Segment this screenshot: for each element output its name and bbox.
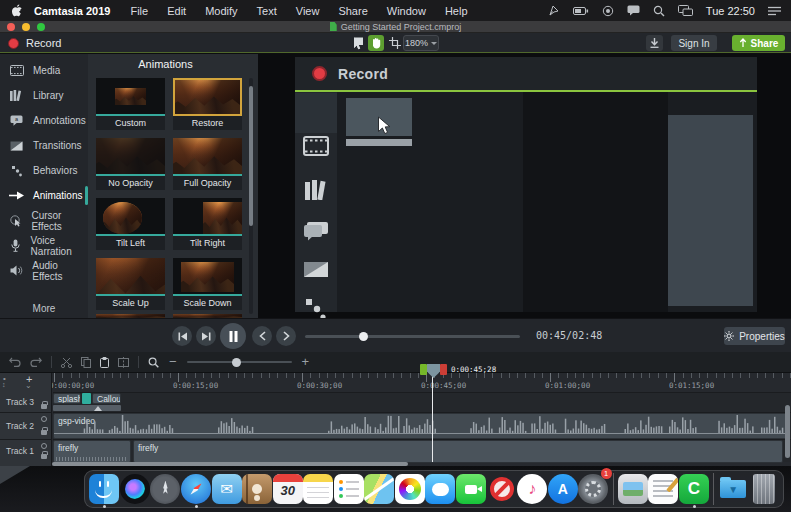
timeline-zoom-handle[interactable] bbox=[232, 358, 241, 367]
split-icon[interactable] bbox=[118, 357, 129, 368]
clip-firefly-1[interactable]: firefly bbox=[53, 440, 131, 463]
lock-icon[interactable] bbox=[41, 430, 47, 435]
animation-thumb-tilt-left[interactable]: Tilt Left bbox=[96, 198, 165, 250]
battery-icon[interactable] bbox=[573, 6, 589, 16]
sidebar-item-behaviors[interactable]: Behaviors bbox=[0, 158, 88, 183]
dock-music[interactable]: ♪ bbox=[517, 470, 548, 508]
dock-maps[interactable] bbox=[364, 470, 395, 508]
step-backward-button[interactable] bbox=[172, 326, 192, 346]
dock-system-preferences[interactable]: 1 bbox=[578, 470, 609, 508]
panel-scrollbar[interactable] bbox=[249, 78, 253, 314]
track-lane-3[interactable]: splash Callout bbox=[53, 392, 791, 412]
apple-menu-icon[interactable] bbox=[10, 4, 24, 17]
timeline-vertical-scrollbar[interactable] bbox=[785, 405, 790, 458]
dock-messages[interactable] bbox=[425, 470, 456, 508]
dock-textedit[interactable] bbox=[648, 470, 679, 508]
menu-clock[interactable]: Tue 22:50 bbox=[706, 5, 755, 17]
undo-icon[interactable] bbox=[9, 357, 21, 367]
clip-callout[interactable]: Callout bbox=[92, 393, 121, 404]
collapse-tracks-icon[interactable]: ⌄ bbox=[25, 381, 32, 390]
sign-in-button[interactable]: Sign In bbox=[671, 35, 717, 51]
dock-mail[interactable]: ✉ bbox=[211, 470, 242, 508]
track-lane-1[interactable]: firefly firefly bbox=[53, 439, 791, 462]
dock-facetime[interactable] bbox=[456, 470, 487, 508]
record-button[interactable]: Record bbox=[8, 35, 61, 51]
dock-calendar[interactable]: 30 bbox=[272, 470, 303, 508]
chat-icon[interactable] bbox=[627, 5, 640, 16]
animation-thumb-tilt-right[interactable]: Tilt Right bbox=[173, 198, 242, 250]
cut-scissors-icon[interactable] bbox=[61, 357, 72, 368]
animation-thumb-scale-down[interactable]: Scale Down bbox=[173, 258, 242, 310]
dock-notes[interactable] bbox=[303, 470, 334, 508]
list-icon[interactable] bbox=[768, 6, 781, 16]
jump-forward-button[interactable] bbox=[276, 326, 296, 346]
crop-tool-button[interactable] bbox=[387, 35, 403, 51]
dock-do-not-disturb[interactable] bbox=[486, 470, 517, 508]
window-title-bar[interactable]: Getting Started Project.cmproj bbox=[0, 21, 791, 33]
menu-window[interactable]: Window bbox=[387, 5, 426, 17]
lock-icon[interactable] bbox=[41, 404, 47, 409]
clip-splash[interactable]: splash bbox=[53, 393, 81, 404]
dock-trash[interactable] bbox=[749, 470, 780, 508]
track-header-3[interactable]: Track 3 bbox=[0, 392, 52, 412]
pan-hand-tool-button[interactable] bbox=[368, 35, 384, 51]
dock-photos[interactable] bbox=[395, 470, 426, 508]
sidebar-item-animations[interactable]: Animations bbox=[0, 183, 88, 208]
step-forward-button[interactable] bbox=[196, 326, 216, 346]
menu-file[interactable]: File bbox=[130, 5, 148, 17]
sidebar-item-transitions[interactable]: Transitions bbox=[0, 133, 88, 158]
cursor-flag-icon[interactable] bbox=[548, 5, 560, 17]
track-header-2[interactable]: Track 2 bbox=[0, 412, 52, 438]
menu-help[interactable]: Help bbox=[445, 5, 468, 17]
menu-app-name[interactable]: Camtasia 2019 bbox=[34, 5, 110, 17]
playhead-in-handle[interactable] bbox=[420, 364, 427, 375]
animation-bar[interactable] bbox=[53, 405, 121, 411]
animation-thumb-scale-up[interactable]: Scale Up bbox=[96, 258, 165, 310]
dock-camtasia[interactable]: C bbox=[679, 470, 710, 508]
display-icon[interactable] bbox=[678, 5, 693, 16]
timeline-zoom-slider[interactable] bbox=[187, 361, 292, 363]
animation-thumb-no-opacity[interactable]: No Opacity bbox=[96, 138, 165, 190]
dock-app-store[interactable]: A bbox=[547, 470, 578, 508]
sidebar-item-media[interactable]: Media bbox=[0, 58, 88, 83]
menu-view[interactable]: View bbox=[296, 5, 320, 17]
pointer-tool-button[interactable] bbox=[350, 35, 366, 51]
properties-button[interactable]: Properties bbox=[724, 327, 785, 345]
redo-icon[interactable] bbox=[30, 357, 42, 367]
clip-gsp-video[interactable]: gsp-video bbox=[53, 413, 787, 439]
sidebar-item-audio-effects[interactable]: Audio Effects bbox=[0, 258, 88, 283]
track-scroll-arrows-icon[interactable]: ↕ bbox=[2, 381, 6, 388]
download-button[interactable] bbox=[646, 35, 663, 51]
animation-thumb-full-opacity[interactable]: Full Opacity bbox=[173, 138, 242, 190]
animation-marker-icon[interactable] bbox=[94, 406, 102, 411]
animation-thumb-restore[interactable]: Restore bbox=[173, 78, 242, 130]
record-circle-icon[interactable] bbox=[602, 5, 614, 17]
dock-downloads[interactable]: ▼ bbox=[718, 470, 749, 508]
scrubber-handle[interactable] bbox=[359, 332, 368, 341]
playhead-head[interactable] bbox=[420, 364, 447, 375]
dock-finder[interactable] bbox=[89, 470, 120, 508]
track-lane-2[interactable]: gsp-video bbox=[53, 412, 791, 438]
timeline-zoom-out-button[interactable]: − bbox=[169, 357, 177, 367]
animation-thumb-custom[interactable]: Custom bbox=[96, 78, 165, 130]
playhead-line[interactable] bbox=[432, 375, 433, 462]
sidebar-item-annotations[interactable]: a Annotations bbox=[0, 108, 88, 133]
paste-clipboard-icon[interactable] bbox=[100, 357, 109, 368]
dock-screenshot[interactable] bbox=[617, 470, 648, 508]
menu-text[interactable]: Text bbox=[257, 5, 277, 17]
sidebar-item-voice-narration[interactable]: Voice Narration bbox=[0, 233, 88, 258]
track-header-1[interactable]: Track 1 bbox=[0, 439, 52, 462]
dock-siri[interactable] bbox=[120, 470, 151, 508]
clip-firefly-2[interactable]: firefly bbox=[133, 440, 783, 463]
pause-button[interactable] bbox=[220, 323, 246, 349]
sidebar-item-cursor-effects[interactable]: Cursor Effects bbox=[0, 208, 88, 233]
dock-safari[interactable] bbox=[181, 470, 212, 508]
canvas-zoom-dropdown[interactable]: 180% bbox=[403, 35, 439, 51]
share-button[interactable]: Share bbox=[732, 35, 785, 51]
dock-reminders[interactable] bbox=[334, 470, 365, 508]
menu-edit[interactable]: Edit bbox=[167, 5, 186, 17]
menu-modify[interactable]: Modify bbox=[205, 5, 237, 17]
panel-scrollbar-thumb[interactable] bbox=[249, 86, 253, 226]
eye-icon[interactable] bbox=[41, 443, 47, 449]
dock-launchpad[interactable] bbox=[150, 470, 181, 508]
